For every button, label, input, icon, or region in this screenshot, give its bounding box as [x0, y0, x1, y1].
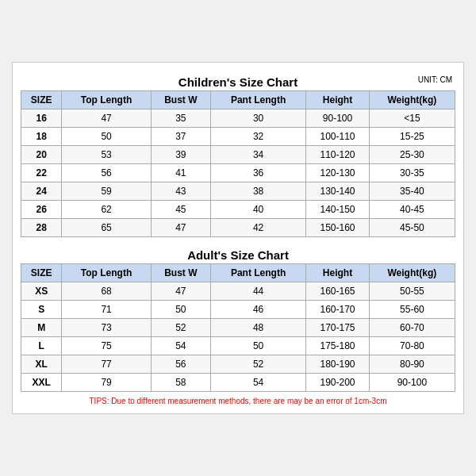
- table-cell: 15-25: [369, 128, 455, 146]
- table-cell: 52: [151, 319, 210, 337]
- table-cell: 190-200: [306, 374, 369, 392]
- table-cell: 38: [210, 182, 305, 201]
- table-cell: 32: [210, 128, 305, 146]
- table-cell: 120-130: [306, 164, 369, 182]
- table-cell: 35-40: [369, 182, 455, 201]
- adult-table: SIZE Top Length Bust W Pant Length Heigh…: [21, 263, 455, 392]
- table-cell: 170-175: [306, 319, 369, 337]
- table-cell: 28: [21, 219, 62, 237]
- table-row: 1647353090-100<15: [21, 109, 455, 128]
- table-cell: 175-180: [306, 337, 369, 355]
- table-cell: 50: [151, 301, 210, 319]
- table-cell: 79: [62, 374, 152, 392]
- table-cell: 42: [210, 219, 305, 237]
- table-row: XXL795854190-20090-100: [21, 374, 455, 392]
- table-cell: 140-150: [306, 201, 369, 219]
- table-cell: 71: [62, 301, 152, 319]
- children-col-top-length: Top Length: [62, 91, 152, 109]
- table-cell: 30: [210, 109, 305, 128]
- table-cell: 47: [151, 282, 210, 301]
- table-cell: 75: [62, 337, 152, 355]
- table-cell: 50-55: [369, 282, 455, 301]
- adult-header-row: SIZE Top Length Bust W Pant Length Heigh…: [21, 264, 455, 282]
- table-cell: 40: [210, 201, 305, 219]
- table-cell: S: [21, 301, 62, 319]
- table-row: M735248170-17560-70: [21, 319, 455, 337]
- table-cell: 160-165: [306, 282, 369, 301]
- table-cell: XS: [21, 282, 62, 301]
- table-cell: 65: [62, 219, 152, 237]
- children-header-row: SIZE Top Length Bust W Pant Length Heigh…: [21, 91, 455, 109]
- table-cell: 43: [151, 182, 210, 201]
- table-cell: 24: [21, 182, 62, 201]
- table-cell: 39: [151, 146, 210, 164]
- table-cell: 25-30: [369, 146, 455, 164]
- table-cell: 45-50: [369, 219, 455, 237]
- table-cell: 45: [151, 201, 210, 219]
- table-cell: 100-110: [306, 128, 369, 146]
- adult-col-height: Height: [306, 264, 369, 282]
- table-row: 26624540140-15040-45: [21, 201, 455, 219]
- table-cell: 150-160: [306, 219, 369, 237]
- children-col-pant-length: Pant Length: [210, 91, 305, 109]
- table-cell: 110-120: [306, 146, 369, 164]
- table-cell: 36: [210, 164, 305, 182]
- table-cell: 58: [151, 374, 210, 392]
- children-col-height: Height: [306, 91, 369, 109]
- table-cell: 22: [21, 164, 62, 182]
- table-cell: 80-90: [369, 355, 455, 374]
- table-cell: 90-100: [306, 109, 369, 128]
- table-cell: 180-190: [306, 355, 369, 374]
- table-cell: 70-80: [369, 337, 455, 355]
- adult-col-pant-length: Pant Length: [210, 264, 305, 282]
- table-cell: 46: [210, 301, 305, 319]
- children-col-size: SIZE: [21, 91, 62, 109]
- table-cell: 60-70: [369, 319, 455, 337]
- table-cell: M: [21, 319, 62, 337]
- adult-title-text: Adult's Size Chart: [187, 248, 289, 262]
- table-cell: 62: [62, 201, 152, 219]
- table-cell: 41: [151, 164, 210, 182]
- table-cell: 50: [210, 337, 305, 355]
- children-col-bust: Bust W: [151, 91, 210, 109]
- adult-col-top-length: Top Length: [62, 264, 152, 282]
- table-cell: 47: [62, 109, 152, 128]
- table-cell: 160-170: [306, 301, 369, 319]
- table-row: 24594338130-14035-40: [21, 182, 455, 201]
- table-row: XS684744160-16550-55: [21, 282, 455, 301]
- table-cell: 77: [62, 355, 152, 374]
- table-cell: 30-35: [369, 164, 455, 182]
- table-row: S715046160-17055-60: [21, 301, 455, 319]
- table-row: XL775652180-19080-90: [21, 355, 455, 374]
- table-cell: 37: [151, 128, 210, 146]
- table-row: 18503732100-11015-25: [21, 128, 455, 146]
- table-cell: 18: [21, 128, 62, 146]
- table-cell: 55-60: [369, 301, 455, 319]
- adult-col-bust: Bust W: [151, 264, 210, 282]
- table-cell: 68: [62, 282, 152, 301]
- table-row: 28654742150-16045-50: [21, 219, 455, 237]
- tips-text: TIPS: Due to different measurement metho…: [21, 397, 455, 405]
- table-cell: 40-45: [369, 201, 455, 219]
- table-cell: 20: [21, 146, 62, 164]
- chart-container: Children's Size Chart UNIT: CM SIZE Top …: [12, 62, 464, 414]
- table-cell: 54: [210, 374, 305, 392]
- adult-section-title: Adult's Size Chart: [21, 244, 455, 263]
- adult-col-weight: Weight(kg): [369, 264, 455, 282]
- table-cell: <15: [369, 109, 455, 128]
- table-cell: 130-140: [306, 182, 369, 201]
- table-cell: 73: [62, 319, 152, 337]
- table-cell: L: [21, 337, 62, 355]
- table-cell: 50: [62, 128, 152, 146]
- children-table-body: 1647353090-100<1518503732100-11015-25205…: [21, 109, 455, 237]
- adult-table-body: XS684744160-16550-55S715046160-17055-60M…: [21, 282, 455, 392]
- table-cell: 35: [151, 109, 210, 128]
- table-cell: 53: [62, 146, 152, 164]
- children-section-title: Children's Size Chart UNIT: CM: [21, 71, 455, 90]
- children-title-text: Children's Size Chart: [178, 75, 298, 89]
- table-cell: 52: [210, 355, 305, 374]
- table-cell: 44: [210, 282, 305, 301]
- table-cell: 56: [62, 164, 152, 182]
- table-cell: XL: [21, 355, 62, 374]
- table-row: 22564136120-13030-35: [21, 164, 455, 182]
